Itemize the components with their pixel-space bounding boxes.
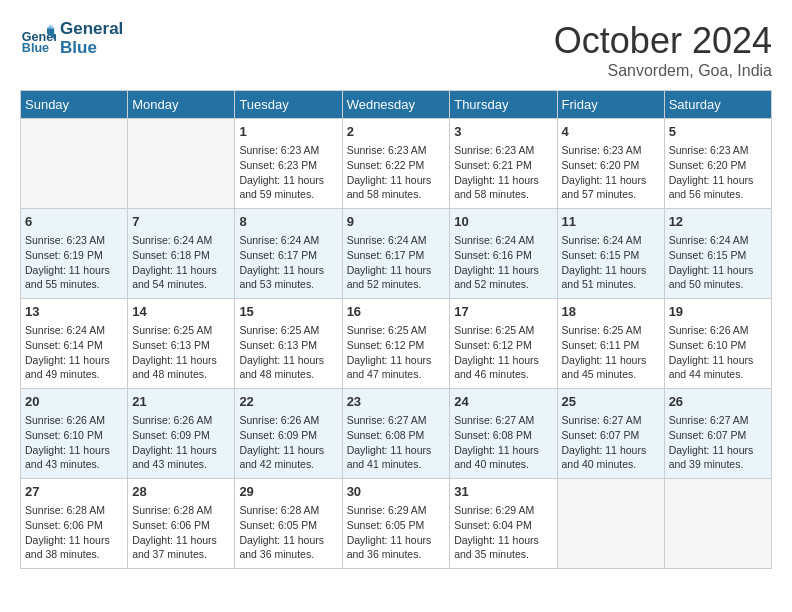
- sunset-text: Sunset: 6:13 PM: [239, 338, 337, 353]
- daylight-text: Daylight: 11 hours and 51 minutes.: [562, 263, 660, 292]
- sunset-text: Sunset: 6:08 PM: [347, 428, 446, 443]
- day-number: 10: [454, 213, 552, 231]
- sunrise-text: Sunrise: 6:25 AM: [454, 323, 552, 338]
- daylight-text: Daylight: 11 hours and 47 minutes.: [347, 353, 446, 382]
- day-number: 14: [132, 303, 230, 321]
- sunset-text: Sunset: 6:23 PM: [239, 158, 337, 173]
- calendar-cell: [21, 119, 128, 209]
- header-cell-friday: Friday: [557, 91, 664, 119]
- calendar-cell: 26Sunrise: 6:27 AMSunset: 6:07 PMDayligh…: [664, 389, 771, 479]
- sunset-text: Sunset: 6:04 PM: [454, 518, 552, 533]
- sunset-text: Sunset: 6:10 PM: [25, 428, 123, 443]
- daylight-text: Daylight: 11 hours and 43 minutes.: [25, 443, 123, 472]
- calendar-cell: 8Sunrise: 6:24 AMSunset: 6:17 PMDaylight…: [235, 209, 342, 299]
- day-number: 28: [132, 483, 230, 501]
- calendar-week-4: 20Sunrise: 6:26 AMSunset: 6:10 PMDayligh…: [21, 389, 772, 479]
- sunset-text: Sunset: 6:06 PM: [132, 518, 230, 533]
- logo-icon: General Blue: [20, 21, 56, 57]
- daylight-text: Daylight: 11 hours and 43 minutes.: [132, 443, 230, 472]
- day-number: 26: [669, 393, 767, 411]
- daylight-text: Daylight: 11 hours and 40 minutes.: [454, 443, 552, 472]
- day-number: 29: [239, 483, 337, 501]
- sunrise-text: Sunrise: 6:29 AM: [454, 503, 552, 518]
- sunrise-text: Sunrise: 6:25 AM: [132, 323, 230, 338]
- sunrise-text: Sunrise: 6:25 AM: [562, 323, 660, 338]
- sunrise-text: Sunrise: 6:25 AM: [239, 323, 337, 338]
- calendar-cell: 10Sunrise: 6:24 AMSunset: 6:16 PMDayligh…: [450, 209, 557, 299]
- daylight-text: Daylight: 11 hours and 44 minutes.: [669, 353, 767, 382]
- calendar-cell: 25Sunrise: 6:27 AMSunset: 6:07 PMDayligh…: [557, 389, 664, 479]
- daylight-text: Daylight: 11 hours and 37 minutes.: [132, 533, 230, 562]
- sunrise-text: Sunrise: 6:28 AM: [239, 503, 337, 518]
- logo: General Blue General Blue: [20, 20, 123, 57]
- daylight-text: Daylight: 11 hours and 42 minutes.: [239, 443, 337, 472]
- calendar-cell: 1Sunrise: 6:23 AMSunset: 6:23 PMDaylight…: [235, 119, 342, 209]
- day-number: 23: [347, 393, 446, 411]
- sunset-text: Sunset: 6:09 PM: [132, 428, 230, 443]
- day-number: 16: [347, 303, 446, 321]
- daylight-text: Daylight: 11 hours and 41 minutes.: [347, 443, 446, 472]
- calendar-cell: 16Sunrise: 6:25 AMSunset: 6:12 PMDayligh…: [342, 299, 450, 389]
- sunrise-text: Sunrise: 6:26 AM: [669, 323, 767, 338]
- sunset-text: Sunset: 6:09 PM: [239, 428, 337, 443]
- daylight-text: Daylight: 11 hours and 46 minutes.: [454, 353, 552, 382]
- sunrise-text: Sunrise: 6:23 AM: [25, 233, 123, 248]
- daylight-text: Daylight: 11 hours and 36 minutes.: [239, 533, 337, 562]
- sunset-text: Sunset: 6:12 PM: [347, 338, 446, 353]
- day-number: 25: [562, 393, 660, 411]
- day-number: 9: [347, 213, 446, 231]
- daylight-text: Daylight: 11 hours and 58 minutes.: [347, 173, 446, 202]
- calendar-cell: 13Sunrise: 6:24 AMSunset: 6:14 PMDayligh…: [21, 299, 128, 389]
- day-number: 15: [239, 303, 337, 321]
- day-number: 13: [25, 303, 123, 321]
- daylight-text: Daylight: 11 hours and 39 minutes.: [669, 443, 767, 472]
- sunset-text: Sunset: 6:05 PM: [347, 518, 446, 533]
- calendar-cell: 9Sunrise: 6:24 AMSunset: 6:17 PMDaylight…: [342, 209, 450, 299]
- header-cell-wednesday: Wednesday: [342, 91, 450, 119]
- daylight-text: Daylight: 11 hours and 48 minutes.: [239, 353, 337, 382]
- calendar-cell: 6Sunrise: 6:23 AMSunset: 6:19 PMDaylight…: [21, 209, 128, 299]
- daylight-text: Daylight: 11 hours and 38 minutes.: [25, 533, 123, 562]
- calendar-cell: 7Sunrise: 6:24 AMSunset: 6:18 PMDaylight…: [128, 209, 235, 299]
- sunrise-text: Sunrise: 6:26 AM: [25, 413, 123, 428]
- daylight-text: Daylight: 11 hours and 53 minutes.: [239, 263, 337, 292]
- calendar-week-2: 6Sunrise: 6:23 AMSunset: 6:19 PMDaylight…: [21, 209, 772, 299]
- calendar-cell: 31Sunrise: 6:29 AMSunset: 6:04 PMDayligh…: [450, 479, 557, 569]
- sunrise-text: Sunrise: 6:23 AM: [347, 143, 446, 158]
- calendar-cell: 12Sunrise: 6:24 AMSunset: 6:15 PMDayligh…: [664, 209, 771, 299]
- svg-marker-3: [47, 24, 54, 28]
- day-number: 17: [454, 303, 552, 321]
- sunset-text: Sunset: 6:20 PM: [669, 158, 767, 173]
- sunrise-text: Sunrise: 6:29 AM: [347, 503, 446, 518]
- daylight-text: Daylight: 11 hours and 58 minutes.: [454, 173, 552, 202]
- sunrise-text: Sunrise: 6:24 AM: [562, 233, 660, 248]
- sunset-text: Sunset: 6:08 PM: [454, 428, 552, 443]
- daylight-text: Daylight: 11 hours and 48 minutes.: [132, 353, 230, 382]
- daylight-text: Daylight: 11 hours and 57 minutes.: [562, 173, 660, 202]
- header-cell-monday: Monday: [128, 91, 235, 119]
- sunrise-text: Sunrise: 6:27 AM: [562, 413, 660, 428]
- calendar-week-1: 1Sunrise: 6:23 AMSunset: 6:23 PMDaylight…: [21, 119, 772, 209]
- day-number: 2: [347, 123, 446, 141]
- daylight-text: Daylight: 11 hours and 52 minutes.: [454, 263, 552, 292]
- daylight-text: Daylight: 11 hours and 49 minutes.: [25, 353, 123, 382]
- day-number: 5: [669, 123, 767, 141]
- sunrise-text: Sunrise: 6:25 AM: [347, 323, 446, 338]
- sunrise-text: Sunrise: 6:24 AM: [25, 323, 123, 338]
- sunset-text: Sunset: 6:11 PM: [562, 338, 660, 353]
- calendar-cell: 29Sunrise: 6:28 AMSunset: 6:05 PMDayligh…: [235, 479, 342, 569]
- sunrise-text: Sunrise: 6:26 AM: [239, 413, 337, 428]
- day-number: 22: [239, 393, 337, 411]
- sunset-text: Sunset: 6:15 PM: [669, 248, 767, 263]
- calendar-cell: [128, 119, 235, 209]
- daylight-text: Daylight: 11 hours and 54 minutes.: [132, 263, 230, 292]
- sunrise-text: Sunrise: 6:27 AM: [347, 413, 446, 428]
- page-header: General Blue General Blue October 2024 S…: [20, 20, 772, 80]
- sunrise-text: Sunrise: 6:28 AM: [132, 503, 230, 518]
- title-section: October 2024 Sanvordem, Goa, India: [554, 20, 772, 80]
- calendar-cell: 19Sunrise: 6:26 AMSunset: 6:10 PMDayligh…: [664, 299, 771, 389]
- calendar-cell: 3Sunrise: 6:23 AMSunset: 6:21 PMDaylight…: [450, 119, 557, 209]
- daylight-text: Daylight: 11 hours and 40 minutes.: [562, 443, 660, 472]
- sunrise-text: Sunrise: 6:23 AM: [562, 143, 660, 158]
- calendar-cell: 18Sunrise: 6:25 AMSunset: 6:11 PMDayligh…: [557, 299, 664, 389]
